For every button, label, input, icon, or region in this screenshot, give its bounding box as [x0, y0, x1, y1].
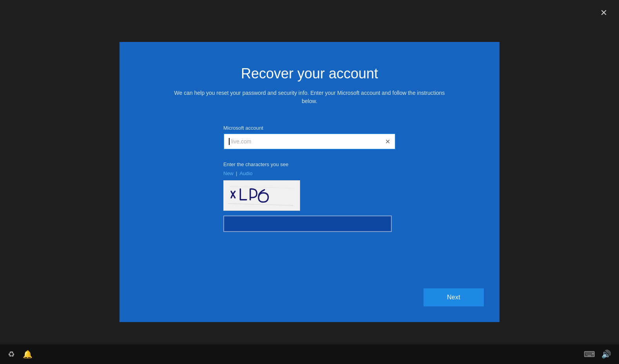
account-input-row[interactable]: live.com ✕: [223, 133, 396, 150]
dialog: Recover your account We can help you res…: [119, 42, 500, 322]
page-title: Recover your account: [241, 65, 378, 82]
next-button[interactable]: Next: [424, 288, 484, 306]
captcha-links: New | Audio: [223, 170, 396, 176]
captcha-audio-link[interactable]: Audio: [239, 170, 252, 176]
page-subtitle: We can help you reset your password and …: [168, 89, 451, 105]
form-section: Microsoft account live.com ✕ Enter the c…: [223, 125, 396, 232]
taskbar-icon-accessibility[interactable]: ♻: [8, 350, 15, 359]
taskbar-right: ⌨ 🔊: [584, 350, 611, 359]
screen-wrapper: ✕ Recover your account We can help you r…: [0, 0, 619, 364]
captcha-separator: |: [236, 170, 237, 176]
taskbar-icon-keyboard[interactable]: ⌨: [584, 350, 595, 359]
captcha-label: Enter the characters you see: [223, 161, 396, 167]
account-label: Microsoft account: [223, 125, 396, 131]
captcha-input[interactable]: [223, 216, 392, 232]
captcha-image: [223, 180, 300, 211]
taskbar: ♻ 🔔 ⌨ 🔊: [0, 344, 619, 364]
captcha-new-link[interactable]: New: [223, 170, 233, 176]
taskbar-left: ♻ 🔔: [8, 350, 33, 359]
clear-button[interactable]: ✕: [384, 136, 392, 147]
taskbar-icon-volume[interactable]: 🔊: [601, 350, 611, 359]
taskbar-icon-notification[interactable]: 🔔: [23, 350, 33, 359]
text-cursor: [229, 138, 230, 145]
account-placeholder: live.com: [231, 138, 384, 145]
svg-rect-0: [224, 181, 299, 210]
close-button[interactable]: ✕: [600, 8, 607, 18]
